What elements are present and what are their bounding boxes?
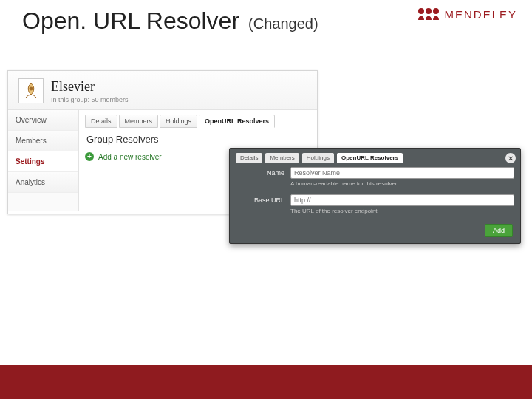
base-url-input[interactable] (290, 194, 514, 206)
svg-point-2 (433, 8, 439, 14)
mendeley-logo: MENDELEY (417, 7, 517, 21)
footer-band (0, 365, 532, 399)
add-button[interactable]: Add (485, 224, 513, 237)
sidebar-item-overview[interactable]: Overview (8, 110, 78, 131)
modal-tab-holdings[interactable]: Holdings (302, 153, 334, 163)
modal-tab-members[interactable]: Members (265, 153, 299, 163)
sidebar-item-settings[interactable]: Settings (8, 151, 78, 172)
sidebar: Overview Members Settings Analytics (8, 110, 79, 211)
add-resolver-label: Add a new resolver (98, 153, 162, 161)
sidebar-item-analytics[interactable]: Analytics (8, 172, 78, 193)
base-url-label: Base URL (240, 194, 284, 204)
tab-members[interactable]: Members (119, 115, 159, 128)
tab-holdings[interactable]: Holdings (160, 115, 197, 128)
settings-tabs: Details Members Holdings OpenURL Resolve… (85, 115, 311, 128)
tab-details[interactable]: Details (85, 115, 117, 128)
group-header: Elsevier In this group: 50 members (8, 71, 317, 110)
group-name: Elsevier (51, 79, 129, 95)
close-button[interactable]: ✕ (505, 153, 516, 163)
name-hint: A human-readable name for this resolver (290, 180, 514, 187)
modal-tabs: Details Members Holdings OpenURL Resolve… (236, 153, 514, 163)
section-heading: Group Resolvers (86, 134, 311, 145)
name-label: Name (240, 167, 284, 177)
group-member-count: In this group: 50 members (51, 96, 129, 103)
sidebar-item-members[interactable]: Members (8, 131, 78, 151)
elsevier-logo-icon (18, 78, 44, 103)
svg-point-1 (426, 8, 432, 14)
svg-point-0 (418, 8, 424, 14)
page-subtitle: (Changed) (248, 16, 318, 33)
base-url-hint: The URL of the resolver endpoint (290, 208, 514, 214)
add-resolver-modal: ✕ Details Members Holdings OpenURL Resol… (229, 148, 521, 244)
plus-icon: + (85, 152, 94, 161)
name-input[interactable] (290, 167, 514, 179)
page-title: Open. URL Resolver (22, 7, 239, 35)
modal-tab-openurl-resolvers[interactable]: OpenURL Resolvers (337, 153, 403, 163)
mendeley-wordmark: MENDELEY (444, 8, 517, 21)
tab-openurl-resolvers[interactable]: OpenURL Resolvers (199, 115, 275, 128)
svg-point-3 (30, 87, 33, 90)
modal-tab-details[interactable]: Details (236, 153, 262, 163)
close-icon: ✕ (508, 154, 514, 163)
mendeley-mark-icon (417, 7, 440, 21)
